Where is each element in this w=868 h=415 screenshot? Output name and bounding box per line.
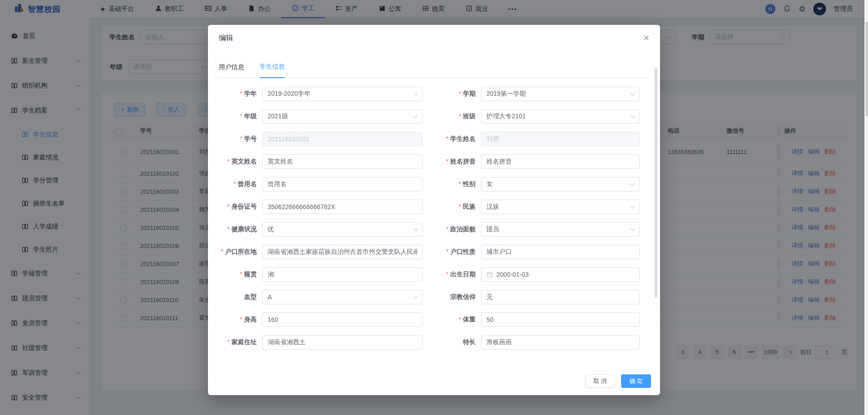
dialog-tabs: 用户信息 学生信息	[219, 51, 649, 78]
id-number-label: 身份证号	[208, 203, 262, 211]
chevron-down-icon	[414, 114, 418, 118]
hukou-type-input[interactable]	[481, 245, 640, 259]
political-status-select[interactable]: 团员	[481, 222, 640, 237]
id-number-input[interactable]	[262, 200, 423, 214]
semester-label: 学期	[423, 90, 481, 98]
school-year-label: 学年	[208, 90, 262, 98]
class-select[interactable]: 护理大专2101	[481, 109, 640, 124]
chevron-down-icon	[631, 204, 635, 209]
ethnicity-label: 民族	[423, 203, 481, 211]
confirm-button[interactable]: 确 定	[621, 374, 651, 388]
student-info-form: 学年 2019-2020学年 学期 2019第一学期 年级 2021级 班级 护…	[208, 78, 660, 354]
english-name-input[interactable]	[262, 154, 423, 169]
dialog-title: 编辑	[219, 33, 233, 43]
former-name-input[interactable]	[262, 177, 423, 191]
health-label: 健康状况	[208, 225, 262, 233]
hukou-type-label: 户口性质	[423, 248, 481, 256]
chevron-down-icon	[631, 114, 635, 118]
chevron-down-icon	[631, 182, 635, 186]
tab-student-info[interactable]: 学生信息	[259, 63, 285, 78]
student-no-input	[262, 132, 423, 146]
home-address-input[interactable]	[262, 335, 423, 350]
dialog-footer: 取 消 确 定	[208, 367, 660, 395]
pinyin-label: 姓名拼音	[423, 158, 481, 166]
home-address-label: 家庭住址	[208, 338, 262, 346]
cancel-button[interactable]: 取 消	[585, 374, 615, 388]
height-input[interactable]	[262, 312, 423, 327]
chevron-down-icon	[631, 227, 635, 231]
semester-select[interactable]: 2019第一学期	[481, 87, 640, 101]
edit-dialog: 编辑 × 用户信息 学生信息 学年 2019-2020学年 学期 2019第一学…	[208, 25, 660, 395]
birth-date-picker[interactable]: 2000-01-03	[481, 267, 640, 282]
grade-label: 年级	[208, 112, 262, 121]
chevron-down-icon	[631, 91, 635, 96]
english-name-label: 英文姓名	[208, 158, 262, 166]
scrollbar-thumb[interactable]	[865, 22, 868, 117]
birth-date-label: 出生日期	[423, 270, 481, 279]
ethnicity-select[interactable]: 汉族	[481, 200, 640, 214]
tab-user-info[interactable]: 用户信息	[219, 63, 244, 78]
close-icon[interactable]: ×	[643, 33, 649, 43]
former-name-label: 曾用名	[208, 180, 262, 188]
pinyin-input[interactable]	[481, 154, 640, 169]
registered-address-input[interactable]	[262, 245, 423, 259]
grade-select[interactable]: 2021级	[262, 109, 423, 124]
student-no-label: 学号	[208, 135, 262, 143]
blood-type-select[interactable]: A	[262, 290, 423, 304]
height-label: 身高	[208, 316, 262, 324]
chevron-down-icon	[414, 91, 418, 96]
dialog-scrollbar-thumb[interactable]	[655, 68, 657, 298]
native-place-label: 籍贯	[208, 270, 262, 279]
weight-label: 体重	[423, 316, 481, 324]
blood-type-label: 血型	[208, 293, 262, 301]
specialty-label: 特长	[423, 338, 481, 346]
political-status-label: 政治面貌	[423, 225, 481, 233]
page-scrollbar[interactable]	[864, 0, 868, 415]
calendar-icon	[486, 271, 493, 278]
chevron-down-icon	[414, 227, 418, 231]
school-year-select[interactable]: 2019-2020学年	[262, 87, 423, 101]
student-name-label: 学生姓名	[423, 135, 481, 143]
specialty-input[interactable]	[481, 335, 640, 350]
native-place-input[interactable]	[262, 267, 423, 282]
dialog-header: 编辑 ×	[208, 25, 660, 51]
health-select[interactable]: 优	[262, 222, 423, 237]
gender-select[interactable]: 女	[481, 177, 640, 191]
student-name-input	[481, 132, 640, 146]
religion-input[interactable]	[481, 290, 640, 304]
weight-input[interactable]	[481, 312, 640, 327]
registered-address-label: 户口所在地	[208, 248, 262, 256]
religion-label: 宗教信仰	[423, 293, 481, 301]
gender-label: 性别	[423, 180, 481, 188]
class-label: 班级	[423, 112, 481, 121]
chevron-down-icon	[414, 294, 418, 299]
